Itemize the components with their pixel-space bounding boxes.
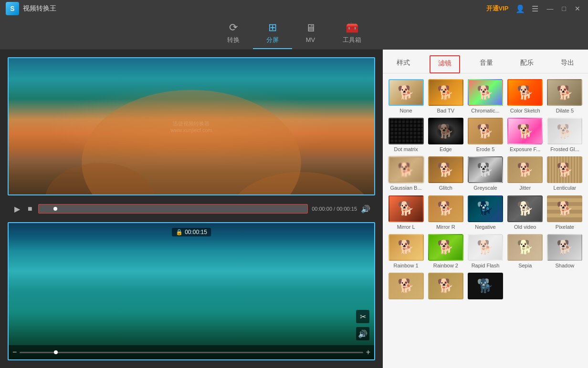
filter-thumb-exposure: 🐕 xyxy=(507,118,543,144)
video-edit-panel: 🔒 00:00:15 ✂ 🔊 − + xyxy=(8,222,375,360)
filter-extra-1[interactable]: 🐕 xyxy=(388,273,424,301)
dog-color-sketch: 🐕 xyxy=(508,80,542,105)
toolbar-label-mv: MV xyxy=(306,36,315,43)
dog-negative: 🐕 xyxy=(469,196,502,221)
toolbar-item-tools[interactable]: 🧰 工具箱 xyxy=(329,18,375,49)
filter-lenticular[interactable]: 🐕 Lenticular xyxy=(546,156,583,191)
tab-audio[interactable]: 音量 xyxy=(472,56,501,73)
filter-label-none: None xyxy=(399,108,412,114)
filter-label-mirror-l: Mirror L xyxy=(397,224,415,230)
scissors-button[interactable]: ✂ xyxy=(356,310,369,323)
maximize-button[interactable]: □ xyxy=(560,5,568,12)
filter-rainbow-2[interactable]: 🐕 Rainbow 2 xyxy=(427,234,464,269)
filter-label-jitter: Jitter xyxy=(519,185,531,191)
filter-bad-tv[interactable]: 🐕 Bad TV xyxy=(427,79,464,114)
video-frame-bottom xyxy=(9,223,374,359)
filter-color-sketch[interactable]: 🐕 Color Sketch xyxy=(507,79,544,114)
filter-edge[interactable]: 🐕 Edge xyxy=(427,118,464,153)
filter-dilate-5[interactable]: 🐕 Dilate 5 xyxy=(546,79,583,114)
filter-label-glitch: Glitch xyxy=(439,185,452,191)
filter-label-erode-5: Erode 5 xyxy=(476,146,495,153)
timestamp-value: 00:00:15 xyxy=(185,229,207,235)
filter-label-negative: Negative xyxy=(475,224,495,230)
dog-lenticular: 🐕 xyxy=(548,157,581,182)
filter-extra-2[interactable]: 🐕 xyxy=(427,273,464,301)
filter-rapid-flash[interactable]: 🐕 Rapid Flash xyxy=(467,234,504,269)
close-button[interactable]: ✕ xyxy=(573,5,582,12)
filter-thumb-sepia: 🐕 xyxy=(507,234,543,261)
filter-exposure-f[interactable]: 🐕 Exposure F... xyxy=(507,118,544,153)
filter-pixelate[interactable]: 🐕 Pixelate xyxy=(546,195,583,230)
filter-label-rainbow-2: Rainbow 2 xyxy=(433,263,458,269)
filter-erode-5[interactable]: 🐕 Erode 5 xyxy=(467,118,504,153)
filter-shadow[interactable]: 🐕 Shadow xyxy=(546,234,583,269)
filter-label-frosted: Frosted Gl... xyxy=(550,146,579,153)
video-frame-top: 迅捷视频转换器www.xunjiecf.com xyxy=(9,58,374,194)
filter-label-rapid-flash: Rapid Flash xyxy=(472,263,500,269)
filter-negative[interactable]: 🐕 Negative xyxy=(467,195,504,230)
filter-chromatic[interactable]: 🐕 Chromatic... xyxy=(467,79,504,114)
app-logo: S xyxy=(6,2,19,15)
filter-thumb-dilate: 🐕 xyxy=(547,79,582,106)
tab-music[interactable]: 配乐 xyxy=(513,56,541,73)
tab-style[interactable]: 样式 xyxy=(389,56,418,73)
tab-export[interactable]: 导出 xyxy=(553,56,582,73)
toolbar-label-tools: 工具箱 xyxy=(343,36,361,44)
filter-thumb-greyscale: 🐕 xyxy=(468,156,503,183)
list-icon[interactable]: ☰ xyxy=(532,4,538,13)
time-display: 00:00:00 / 00:00:15 xyxy=(312,206,357,212)
filter-thumb-jitter: 🐕 xyxy=(507,156,543,183)
progress-bar[interactable] xyxy=(38,204,308,214)
filter-dot-matrix[interactable]: Dot matrix xyxy=(388,118,424,153)
vip-button[interactable]: 开通VIP xyxy=(486,4,509,13)
filter-mirror-r[interactable]: 🐕 Mirror R xyxy=(427,195,464,230)
dog-erode: 🐕 xyxy=(469,119,502,143)
filter-label-pixelate: Pixelate xyxy=(556,224,574,230)
toolbar-item-mv[interactable]: 🖥 MV xyxy=(292,18,329,48)
convert-icon: ⟳ xyxy=(229,21,238,34)
filter-thumb-old-video: 🐕 xyxy=(507,195,543,222)
filter-greyscale[interactable]: 🐕 Greyscale xyxy=(467,156,504,191)
edit-controls: ✂ 🔊 xyxy=(356,310,369,340)
edit-volume-button[interactable]: 🔊 xyxy=(356,327,369,340)
filter-rainbow-1[interactable]: 🐕 Rainbow 1 xyxy=(388,234,424,269)
volume-icon[interactable]: 🔊 xyxy=(361,204,370,214)
filter-none[interactable]: 🐕 None xyxy=(388,79,424,114)
toolbar-item-split[interactable]: ⊞ 分屏 xyxy=(253,18,292,49)
filter-gaussian[interactable]: 🐕 Gaussian B... xyxy=(388,156,424,191)
zoom-in-button[interactable]: + xyxy=(366,348,370,357)
zoom-out-button[interactable]: − xyxy=(12,348,17,357)
filter-jitter[interactable]: 🐕 Jitter xyxy=(507,156,544,191)
split-icon: ⊞ xyxy=(268,21,277,34)
progress-knob[interactable] xyxy=(53,207,57,211)
stop-button[interactable]: ■ xyxy=(26,204,34,214)
toolbar-item-convert[interactable]: ⟳ 转换 xyxy=(214,18,253,49)
filter-label-edge: Edge xyxy=(440,146,452,153)
tab-filter[interactable]: 滤镜 xyxy=(430,55,460,73)
filter-label-bad-tv: Bad TV xyxy=(437,108,455,114)
filter-frosted[interactable]: 🐕 Frosted Gl... xyxy=(546,118,583,153)
filter-sepia[interactable]: 🐕 Sepia xyxy=(507,234,544,269)
user-icon[interactable]: 👤 xyxy=(515,4,525,13)
filter-glitch[interactable]: 🐕 Glitch xyxy=(427,156,464,191)
edit-progress-knob[interactable] xyxy=(54,350,58,354)
edit-progress-bar[interactable] xyxy=(20,352,363,353)
filter-thumb-none: 🐕 xyxy=(388,79,424,106)
minimize-button[interactable]: — xyxy=(545,5,556,12)
filter-thumb-mirror-r: 🐕 xyxy=(428,195,463,222)
dog-gaussian: 🐕 xyxy=(389,157,423,182)
filter-label-mirror-r: Mirror R xyxy=(436,224,455,230)
right-panel: 样式 滤镜 音量 配乐 导出 🐕 None 🐕 Bad TV xyxy=(383,50,588,368)
filter-mirror-l[interactable]: 🐕 Mirror L xyxy=(388,195,424,230)
filter-thumb-chromatic: 🐕 xyxy=(468,79,503,106)
play-button[interactable]: ▶ xyxy=(12,204,22,215)
filter-old-video[interactable]: 🐕 Old video xyxy=(507,195,544,230)
filter-extra-3[interactable]: 🐕 xyxy=(467,273,504,301)
filter-thumb-shadow: 🐕 xyxy=(547,234,582,261)
filter-label-shadow: Shadow xyxy=(556,263,575,269)
filter-label-dilate-5: Dilate 5 xyxy=(556,108,574,114)
dog-bad-tv: 🐕 xyxy=(429,80,462,105)
dog-mirror-r: 🐕 xyxy=(429,196,462,221)
titlebar-right: 开通VIP 👤 ☰ — □ ✕ xyxy=(486,4,582,13)
dog-glitch: 🐕 xyxy=(429,157,462,182)
